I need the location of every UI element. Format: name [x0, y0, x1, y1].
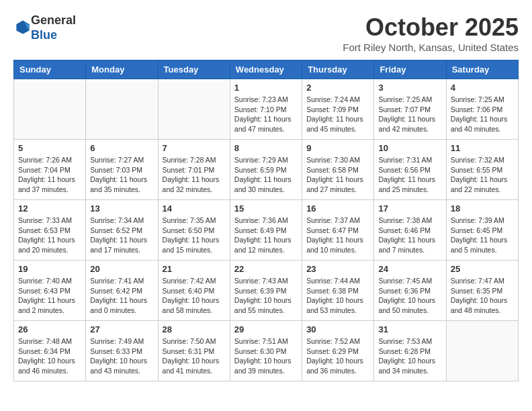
- calendar-cell: 16Sunrise: 7:37 AM Sunset: 6:47 PM Dayli…: [302, 200, 374, 261]
- day-info: Sunrise: 7:32 AM Sunset: 6:55 PM Dayligh…: [451, 155, 514, 195]
- day-info: Sunrise: 7:49 AM Sunset: 6:33 PM Dayligh…: [90, 336, 153, 376]
- day-number: 31: [378, 324, 441, 334]
- day-info: Sunrise: 7:35 AM Sunset: 6:50 PM Dayligh…: [163, 216, 226, 255]
- weekday-header-wednesday: Wednesday: [230, 60, 302, 79]
- week-row-4: 19Sunrise: 7:40 AM Sunset: 6:43 PM Dayli…: [14, 261, 519, 321]
- day-number: 4: [451, 83, 514, 93]
- location: Fort Riley North, Kansas, United States: [343, 42, 519, 53]
- calendar-cell: 28Sunrise: 7:50 AM Sunset: 6:31 PM Dayli…: [158, 321, 230, 381]
- day-info: Sunrise: 7:39 AM Sunset: 6:45 PM Dayligh…: [451, 216, 514, 255]
- calendar-cell: 26Sunrise: 7:48 AM Sunset: 6:34 PM Dayli…: [14, 321, 86, 381]
- day-info: Sunrise: 7:40 AM Sunset: 6:43 PM Dayligh…: [18, 276, 81, 316]
- calendar-cell: [446, 321, 518, 381]
- calendar-cell: 22Sunrise: 7:43 AM Sunset: 6:39 PM Dayli…: [230, 261, 302, 321]
- page-header: General Blue October 2025 Fort Riley Nor…: [13, 13, 519, 53]
- day-info: Sunrise: 7:44 AM Sunset: 6:38 PM Dayligh…: [306, 276, 369, 316]
- calendar-cell: 3Sunrise: 7:25 AM Sunset: 7:07 PM Daylig…: [374, 79, 446, 140]
- day-number: 30: [306, 324, 369, 334]
- day-number: 10: [378, 143, 441, 153]
- day-info: Sunrise: 7:26 AM Sunset: 7:04 PM Dayligh…: [18, 155, 81, 195]
- day-info: Sunrise: 7:36 AM Sunset: 6:49 PM Dayligh…: [234, 216, 298, 255]
- week-row-3: 12Sunrise: 7:33 AM Sunset: 6:53 PM Dayli…: [14, 200, 519, 261]
- day-info: Sunrise: 7:48 AM Sunset: 6:34 PM Dayligh…: [18, 336, 81, 376]
- calendar-cell: 1Sunrise: 7:23 AM Sunset: 7:10 PM Daylig…: [230, 79, 302, 140]
- day-info: Sunrise: 7:37 AM Sunset: 6:47 PM Dayligh…: [306, 216, 369, 255]
- calendar-cell: 7Sunrise: 7:28 AM Sunset: 7:01 PM Daylig…: [158, 140, 230, 200]
- day-info: Sunrise: 7:31 AM Sunset: 6:56 PM Dayligh…: [378, 155, 441, 195]
- weekday-header-monday: Monday: [86, 60, 158, 79]
- logo-icon: [15, 19, 31, 35]
- day-number: 3: [378, 83, 441, 93]
- day-number: 28: [163, 324, 226, 334]
- day-number: 1: [234, 83, 298, 93]
- day-info: Sunrise: 7:38 AM Sunset: 6:46 PM Dayligh…: [378, 216, 441, 255]
- weekday-header-friday: Friday: [374, 60, 446, 79]
- day-info: Sunrise: 7:47 AM Sunset: 6:35 PM Dayligh…: [451, 276, 514, 316]
- weekday-header-thursday: Thursday: [302, 60, 374, 79]
- day-info: Sunrise: 7:52 AM Sunset: 6:29 PM Dayligh…: [306, 336, 369, 376]
- calendar-cell: [14, 79, 86, 140]
- day-number: 25: [451, 264, 514, 274]
- calendar-cell: 2Sunrise: 7:24 AM Sunset: 7:09 PM Daylig…: [302, 79, 374, 140]
- day-number: 2: [306, 83, 369, 93]
- calendar-cell: 6Sunrise: 7:27 AM Sunset: 7:03 PM Daylig…: [86, 140, 158, 200]
- logo: General Blue: [13, 13, 76, 42]
- calendar-cell: 11Sunrise: 7:32 AM Sunset: 6:55 PM Dayli…: [446, 140, 518, 200]
- weekday-header-saturday: Saturday: [446, 60, 518, 79]
- calendar-cell: [86, 79, 158, 140]
- calendar-cell: 14Sunrise: 7:35 AM Sunset: 6:50 PM Dayli…: [158, 200, 230, 261]
- calendar-cell: 30Sunrise: 7:52 AM Sunset: 6:29 PM Dayli…: [302, 321, 374, 381]
- logo-general: General: [31, 13, 76, 28]
- calendar-cell: 10Sunrise: 7:31 AM Sunset: 6:56 PM Dayli…: [374, 140, 446, 200]
- day-number: 14: [163, 203, 226, 214]
- calendar-cell: 9Sunrise: 7:30 AM Sunset: 6:58 PM Daylig…: [302, 140, 374, 200]
- day-info: Sunrise: 7:34 AM Sunset: 6:52 PM Dayligh…: [90, 216, 153, 255]
- day-info: Sunrise: 7:41 AM Sunset: 6:42 PM Dayligh…: [90, 276, 153, 316]
- day-number: 15: [234, 203, 298, 214]
- calendar-cell: 17Sunrise: 7:38 AM Sunset: 6:46 PM Dayli…: [374, 200, 446, 261]
- day-info: Sunrise: 7:27 AM Sunset: 7:03 PM Dayligh…: [90, 155, 153, 195]
- day-number: 27: [90, 324, 153, 334]
- week-row-5: 26Sunrise: 7:48 AM Sunset: 6:34 PM Dayli…: [14, 321, 519, 381]
- weekday-header-row: SundayMondayTuesdayWednesdayThursdayFrid…: [14, 60, 519, 79]
- day-info: Sunrise: 7:30 AM Sunset: 6:58 PM Dayligh…: [306, 155, 369, 195]
- day-info: Sunrise: 7:50 AM Sunset: 6:31 PM Dayligh…: [163, 336, 226, 376]
- calendar-cell: 20Sunrise: 7:41 AM Sunset: 6:42 PM Dayli…: [86, 261, 158, 321]
- day-info: Sunrise: 7:24 AM Sunset: 7:09 PM Dayligh…: [306, 95, 369, 134]
- calendar-table: SundayMondayTuesdayWednesdayThursdayFrid…: [13, 60, 519, 381]
- calendar-cell: 25Sunrise: 7:47 AM Sunset: 6:35 PM Dayli…: [446, 261, 518, 321]
- day-info: Sunrise: 7:25 AM Sunset: 7:06 PM Dayligh…: [451, 95, 514, 134]
- calendar-cell: 21Sunrise: 7:42 AM Sunset: 6:40 PM Dayli…: [158, 261, 230, 321]
- day-number: 17: [378, 203, 441, 214]
- day-number: 16: [306, 203, 369, 214]
- calendar-cell: 29Sunrise: 7:51 AM Sunset: 6:30 PM Dayli…: [230, 321, 302, 381]
- week-row-1: 1Sunrise: 7:23 AM Sunset: 7:10 PM Daylig…: [14, 79, 519, 140]
- day-info: Sunrise: 7:42 AM Sunset: 6:40 PM Dayligh…: [163, 276, 226, 316]
- weekday-header-sunday: Sunday: [14, 60, 86, 79]
- day-info: Sunrise: 7:43 AM Sunset: 6:39 PM Dayligh…: [234, 276, 298, 316]
- weekday-header-tuesday: Tuesday: [158, 60, 230, 79]
- day-info: Sunrise: 7:29 AM Sunset: 6:59 PM Dayligh…: [234, 155, 298, 195]
- day-info: Sunrise: 7:53 AM Sunset: 6:28 PM Dayligh…: [378, 336, 441, 376]
- calendar-cell: 31Sunrise: 7:53 AM Sunset: 6:28 PM Dayli…: [374, 321, 446, 381]
- day-number: 21: [163, 264, 226, 274]
- day-number: 11: [451, 143, 514, 153]
- day-info: Sunrise: 7:33 AM Sunset: 6:53 PM Dayligh…: [18, 216, 81, 255]
- day-number: 5: [18, 143, 81, 153]
- calendar-cell: [158, 79, 230, 140]
- day-number: 19: [18, 264, 81, 274]
- calendar-cell: 18Sunrise: 7:39 AM Sunset: 6:45 PM Dayli…: [446, 200, 518, 261]
- day-number: 26: [18, 324, 81, 334]
- day-number: 23: [306, 264, 369, 274]
- calendar-cell: 12Sunrise: 7:33 AM Sunset: 6:53 PM Dayli…: [14, 200, 86, 261]
- day-number: 8: [234, 143, 298, 153]
- day-number: 24: [378, 264, 441, 274]
- day-number: 22: [234, 264, 298, 274]
- week-row-2: 5Sunrise: 7:26 AM Sunset: 7:04 PM Daylig…: [14, 140, 519, 200]
- day-info: Sunrise: 7:23 AM Sunset: 7:10 PM Dayligh…: [234, 95, 298, 134]
- day-info: Sunrise: 7:28 AM Sunset: 7:01 PM Dayligh…: [163, 155, 226, 195]
- day-number: 29: [234, 324, 298, 334]
- day-number: 9: [306, 143, 369, 153]
- logo-blue: Blue: [31, 28, 76, 43]
- day-number: 6: [90, 143, 153, 153]
